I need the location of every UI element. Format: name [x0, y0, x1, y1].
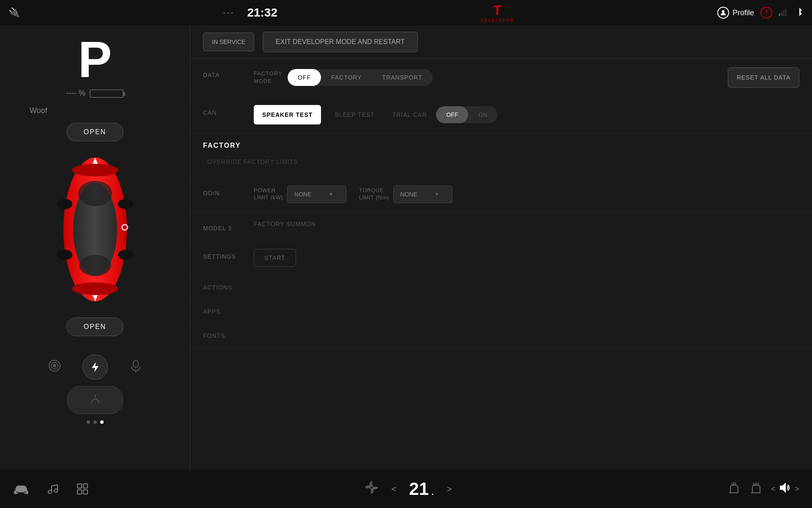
svg-point-8	[79, 255, 111, 276]
svg-point-16	[118, 199, 133, 209]
trial-car-on[interactable]: ON	[468, 106, 497, 123]
exit-developer-button[interactable]: EXIT DEVELOPER MODE AND RESTART	[263, 32, 418, 52]
signal-icon	[779, 7, 789, 19]
svg-rect-4	[785, 8, 787, 16]
rear-heat-icon[interactable]	[749, 481, 763, 497]
profile-label: Profile	[732, 8, 754, 17]
charge-icon: 🔌	[8, 7, 20, 18]
open-bottom-button[interactable]: OPEN	[66, 318, 123, 336]
open-top-button[interactable]: OPEN	[66, 123, 123, 141]
fan-icon[interactable]	[364, 480, 379, 498]
can-section: CAN SPEAKER TEST SLEEP TEST TRIAL CAR OF…	[190, 97, 812, 133]
bottom-center: < 21 . >	[364, 479, 452, 499]
start-button[interactable]: START	[254, 249, 296, 267]
factory-mode-toggle: OFF FACTORY TRANSPORT	[288, 69, 433, 86]
page-dots	[87, 420, 104, 424]
apps-section: APPS	[190, 300, 812, 324]
svg-point-18	[118, 250, 133, 260]
woof-label: Woof	[30, 106, 47, 115]
svg-marker-40	[780, 483, 785, 492]
profile-button[interactable]: Profile	[717, 7, 754, 19]
svg-line-34	[52, 485, 58, 486]
power-limit-dropdown[interactable]: NONE ▼	[287, 185, 346, 203]
factory-mode-label: FACTORYMODE	[254, 70, 283, 85]
temperature-value: 21	[409, 479, 429, 499]
svg-point-28	[16, 491, 19, 494]
torque-limit-dropdown[interactable]: NONE ▼	[393, 185, 453, 203]
svg-point-39	[370, 486, 373, 489]
factory-title: FACTORY	[190, 133, 812, 152]
sleep-test-button[interactable]: SLEEP TEST	[326, 105, 383, 124]
status-bar: 🔌 --- 21:32 T DEVELOPER Profile !	[0, 0, 812, 25]
volume-left-arrow[interactable]: <	[771, 485, 776, 494]
svg-rect-25	[133, 361, 138, 367]
torque-limit-arrow: ▼	[434, 191, 439, 197]
svg-point-17	[57, 250, 72, 260]
bluetooth-icon	[795, 7, 804, 19]
seat-heat-icon[interactable]	[727, 481, 741, 497]
can-section-label: CAN	[203, 105, 254, 116]
battery-row: ---- %	[66, 89, 123, 98]
battery-bar	[90, 89, 123, 98]
volume-right-arrow[interactable]: >	[795, 485, 799, 494]
model3-section: MODEL 3 FACTORY SUMMON	[190, 212, 812, 240]
power-limit-arrow: ▼	[328, 191, 333, 197]
svg-rect-37	[83, 484, 88, 488]
data-section-content: FACTORYMODE OFF FACTORY TRANSPORT RESET …	[254, 67, 799, 88]
trial-car-off[interactable]: OFF	[436, 106, 468, 123]
can-section-content: SPEAKER TEST SLEEP TEST TRIAL CAR OFF ON	[254, 105, 799, 124]
car-icon[interactable]	[13, 483, 30, 495]
main-content: P ---- % Woof OPEN	[0, 25, 812, 470]
target-icon[interactable]	[48, 359, 61, 375]
top-toolbar: IN SERVICE EXIT DEVELOPER MODE AND RESTA…	[190, 25, 812, 59]
svg-rect-38	[83, 490, 88, 494]
battery-percent: ---- %	[66, 89, 85, 98]
wiper-button[interactable]	[67, 386, 123, 414]
temp-right-arrow[interactable]: >	[447, 484, 452, 494]
torque-limit-value: NONE	[401, 191, 417, 198]
data-section: DATA FACTORYMODE OFF FACTORY TRANSPORT R…	[190, 59, 812, 97]
toggle-factory[interactable]: FACTORY	[321, 69, 372, 86]
apps-label: APPS	[203, 308, 220, 315]
profile-icon	[717, 7, 729, 19]
svg-point-10	[72, 282, 118, 295]
speaker-test-button[interactable]: SPEAKER TEST	[254, 105, 321, 124]
toggle-off[interactable]: OFF	[288, 69, 321, 86]
dot-2	[93, 420, 97, 424]
charge-button[interactable]	[82, 354, 108, 380]
torque-limit-label: TORQUELIMIT (Nm)	[359, 187, 389, 202]
status-right: Profile !	[717, 7, 804, 19]
status-left: 🔌	[8, 7, 20, 18]
apps-icon[interactable]	[76, 483, 89, 495]
svg-point-31	[54, 489, 58, 492]
mic-icon[interactable]	[129, 359, 143, 375]
toggle-transport[interactable]: TRANSPORT	[372, 69, 433, 86]
alert-icon[interactable]: !	[760, 7, 772, 19]
settings-section-label: SETTINGS	[203, 249, 254, 260]
svg-rect-2	[781, 12, 782, 16]
torque-limit-group: TORQUELIMIT (Nm) NONE ▼	[359, 185, 452, 203]
svg-rect-35	[77, 484, 82, 488]
trial-car-label: TRIAL CAR	[388, 111, 431, 119]
svg-rect-36	[77, 490, 82, 494]
override-factory-limits-button[interactable]: OVERRIDE FACTORY LIMITS	[203, 154, 302, 170]
factory-summon-label: FACTORY SUMMON	[254, 221, 316, 227]
music-icon[interactable]	[47, 483, 59, 495]
volume-section: < >	[771, 482, 799, 497]
reset-all-data-button[interactable]: RESET ALL DATA	[728, 67, 799, 88]
fonts-label: FONTS	[203, 332, 225, 339]
bottom-left-icons	[13, 483, 89, 495]
settings-section-content: START	[254, 249, 799, 267]
temp-left-arrow[interactable]: <	[392, 484, 397, 494]
dot-1	[87, 420, 90, 424]
left-panel: P ---- % Woof OPEN	[0, 25, 190, 470]
volume-icon[interactable]	[779, 482, 791, 497]
svg-rect-3	[783, 10, 785, 16]
power-limit-label: POWERLIMIT (kW)	[254, 187, 283, 202]
in-service-button[interactable]: IN SERVICE	[203, 33, 254, 51]
factory-content: OVERRIDE FACTORY LIMITS	[190, 152, 812, 177]
actions-label: ACTIONS	[203, 284, 232, 291]
temperature-display: 21 .	[409, 479, 434, 499]
svg-point-9	[72, 164, 118, 177]
svg-marker-24	[92, 362, 99, 372]
